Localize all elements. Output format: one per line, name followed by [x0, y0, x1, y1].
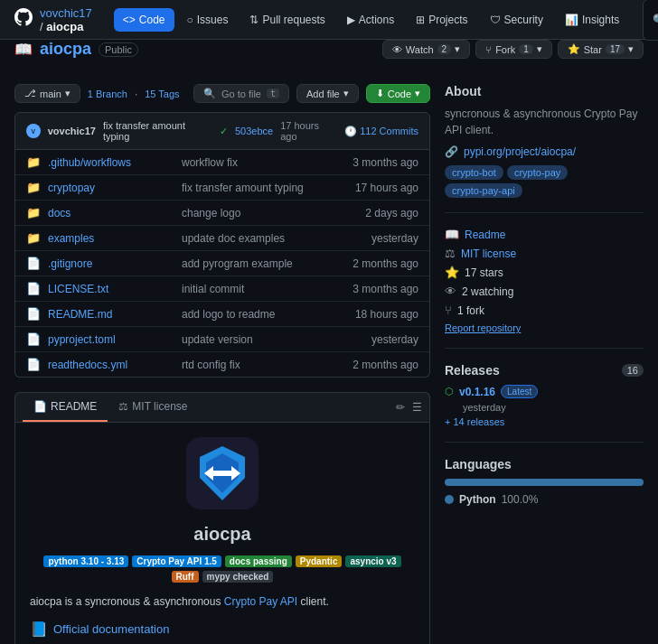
- commits-count-link[interactable]: 🕐 112 Commits: [344, 126, 418, 137]
- table-row[interactable]: 📄 .gitignore add pyrogram example 2 mont…: [15, 250, 429, 275]
- search-bar[interactable]: 🔍 Type / to search /: [643, 0, 658, 41]
- history-icon: 🕐: [344, 126, 357, 136]
- cryptopay-link[interactable]: Crypto Pay API: [224, 595, 297, 608]
- badges-row: python 3.10 - 3.13 Crypto Pay API 1.5 do…: [30, 555, 415, 583]
- file-name[interactable]: .gitignore: [48, 257, 174, 270]
- file-time: 2 days ago: [365, 207, 418, 219]
- watch-chevron[interactable]: ▾: [455, 43, 460, 55]
- code-button[interactable]: ⬇ Code ▾: [366, 84, 430, 103]
- visibility-badge: Public: [99, 42, 138, 57]
- table-row[interactable]: 📄 README.md add logo to readme 18 hours …: [15, 301, 429, 326]
- fork-icon: ⑂: [485, 44, 492, 55]
- badge-python[interactable]: python 3.10 - 3.13: [43, 555, 128, 567]
- file-time: 2 months ago: [352, 257, 418, 270]
- table-row[interactable]: 📄 readthedocs.yml rtd config fix 2 month…: [15, 351, 429, 377]
- table-row[interactable]: 📁 .github/workflows workflow fix 3 month…: [15, 150, 429, 174]
- star-chevron[interactable]: ▾: [628, 43, 634, 55]
- list-icon[interactable]: ☰: [412, 401, 422, 414]
- edit-icon[interactable]: ✏: [396, 401, 405, 414]
- file-name[interactable]: .github/workflows: [48, 156, 174, 169]
- link-icon: 🔗: [445, 145, 458, 158]
- repo-name-link[interactable]: aiocpa: [46, 20, 83, 33]
- badge-asyncio[interactable]: asyncio v3: [345, 555, 400, 567]
- topic-crypto-bot[interactable]: crypto-bot: [445, 165, 503, 180]
- badge-ruff[interactable]: Ruff: [172, 571, 199, 583]
- table-row[interactable]: 📁 examples update doc examples yesterday: [15, 225, 429, 250]
- file-name[interactable]: LICENSE.txt: [48, 283, 174, 295]
- file-commit: rtd config fix: [182, 359, 345, 371]
- file-name[interactable]: pyproject.toml: [48, 333, 174, 346]
- insights-icon: 📊: [565, 14, 578, 26]
- releases-count: 16: [622, 364, 644, 377]
- topic-crypto-pay-api[interactable]: crypto-pay-api: [445, 183, 522, 198]
- badge-docs[interactable]: docs passing: [225, 555, 292, 567]
- pypi-link[interactable]: 🔗 pypi.org/project/aiocpa/: [445, 145, 644, 158]
- tab-security[interactable]: 🛡 Security: [481, 8, 552, 32]
- tab-insights[interactable]: 📊 Insights: [556, 8, 628, 32]
- tab-code[interactable]: <> Code: [114, 8, 174, 32]
- commit-user[interactable]: vovchic17: [48, 126, 96, 136]
- tab-actions[interactable]: ▶ Actions: [338, 8, 403, 32]
- goto-file-button[interactable]: 🔍 Go to file t: [193, 84, 289, 103]
- tab-pullrequests[interactable]: ⇅ Pull requests: [240, 8, 334, 32]
- report-repo-link[interactable]: Report repository: [445, 322, 644, 333]
- releases-title[interactable]: Releases: [445, 363, 500, 378]
- commit-check-icon: ✓: [220, 126, 228, 137]
- branches-link[interactable]: 1 Branch: [88, 89, 127, 99]
- doc-icon: 📘: [30, 621, 48, 638]
- search-icon: 🔍: [653, 14, 658, 26]
- branch-selector[interactable]: ⎇ main ▾: [14, 84, 80, 103]
- tab-issues[interactable]: ○ Issues: [178, 8, 238, 32]
- tab-projects[interactable]: ⊞ Projects: [407, 8, 476, 32]
- release-version[interactable]: v0.1.16: [459, 386, 495, 398]
- table-row[interactable]: 📄 LICENSE.txt initial commit 3 months ag…: [15, 275, 429, 301]
- commit-hash[interactable]: 503ebce: [235, 126, 273, 136]
- github-logo[interactable]: [14, 8, 33, 31]
- code-icon: <>: [123, 14, 136, 26]
- tab-readme[interactable]: 📄 README: [23, 393, 108, 422]
- top-nav: vovchic17 / aiocpa <> Code ○ Issues ⇅ Pu…: [0, 0, 658, 40]
- repo-actions: 👁 Watch 2 ▾ ⑂ Fork 1 ▾ ⭐ Star 17 ▾: [382, 40, 644, 59]
- add-file-button[interactable]: Add file ▾: [296, 84, 359, 103]
- topic-crypto-pay[interactable]: crypto-pay: [507, 165, 568, 180]
- more-releases-link[interactable]: + 14 releases: [445, 416, 644, 427]
- official-docs-link[interactable]: 📘 Official documentation: [30, 621, 415, 638]
- table-row[interactable]: 📄 pyproject.toml update version yesterda…: [15, 326, 429, 351]
- repo-user-link[interactable]: vovchic17: [40, 6, 92, 20]
- file-name[interactable]: docs: [48, 207, 174, 219]
- about-section: About syncronous & asynchronous Crypto P…: [445, 84, 644, 198]
- watch-button[interactable]: 👁 Watch 2 ▾: [382, 40, 470, 59]
- branch-icon: ⎇: [24, 88, 36, 99]
- pr-icon: ⇅: [249, 14, 258, 26]
- python-dot: [445, 495, 454, 504]
- stat-watching-count[interactable]: 2 watching: [462, 285, 513, 298]
- file-name[interactable]: readthedocs.yml: [48, 359, 174, 371]
- fork-button[interactable]: ⑂ Fork 1 ▾: [475, 40, 552, 59]
- badge-mypy[interactable]: mypy checked: [202, 571, 274, 583]
- tab-mit-license[interactable]: ⚖ MIT license: [108, 393, 198, 422]
- folder-icon: 📁: [26, 181, 41, 194]
- tags-link[interactable]: 15 Tags: [145, 89, 179, 99]
- badge-cryptopay[interactable]: Crypto Pay API 1.5: [132, 555, 221, 567]
- stat-license-label[interactable]: MIT license: [461, 247, 516, 260]
- fork-chevron[interactable]: ▾: [537, 43, 542, 55]
- table-row[interactable]: 📁 docs change logo 2 days ago: [15, 200, 429, 225]
- code-chevron: ▾: [415, 88, 420, 99]
- readme-logo: [186, 437, 258, 509]
- security-icon: 🛡: [490, 14, 501, 26]
- file-name[interactable]: examples: [48, 232, 174, 245]
- folder-icon: 📁: [26, 155, 41, 169]
- file-time: 3 months ago: [352, 156, 418, 169]
- stat-stars-count[interactable]: 17 stars: [465, 266, 503, 279]
- star-button[interactable]: ⭐ Star 17 ▾: [558, 40, 644, 59]
- file-name[interactable]: cryptopay: [48, 182, 174, 194]
- file-commit: update doc examples: [182, 232, 364, 245]
- stat-readme-label[interactable]: Readme: [465, 229, 505, 241]
- table-row[interactable]: 📁 cryptopay fix transfer amount typing 1…: [15, 174, 429, 200]
- add-file-chevron: ▾: [343, 88, 349, 99]
- badge-pydantic[interactable]: Pydantic: [296, 555, 343, 567]
- repo-title[interactable]: aiocpa: [40, 40, 91, 59]
- stat-forks-count[interactable]: 1 fork: [457, 304, 484, 317]
- file-name[interactable]: README.md: [48, 308, 174, 321]
- branch-bar: ⎇ main ▾ 1 Branch · 15 Tags 🔍 Go to file…: [14, 84, 430, 103]
